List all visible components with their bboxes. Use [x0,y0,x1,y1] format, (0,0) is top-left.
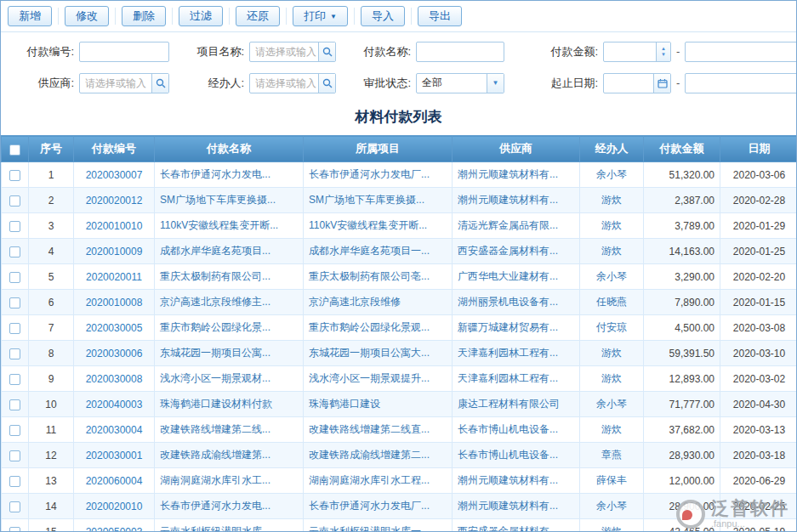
calendar-icon[interactable] [653,74,670,93]
select-all-checkbox[interactable] [9,144,20,156]
export-button[interactable]: 导出 [418,6,462,26]
payment-no-link[interactable]: 2020030007 [86,169,143,181]
date-to-input[interactable] [685,73,797,93]
cell-seq: 9 [29,366,74,392]
modify-button[interactable]: 修改 [65,6,109,26]
payment-no-link[interactable]: 2020020011 [86,271,142,283]
cell-seq: 3 [29,213,74,239]
import-button[interactable]: 导入 [361,6,405,26]
row-checkbox[interactable] [9,272,20,283]
table-row[interactable]: 7 2020030005 重庆市鹅岭公园绿化景... 重庆市鹅岭公园绿化景观..… [2,315,797,341]
payment-no-link[interactable]: 2020060004 [86,475,143,487]
amount-range-separator: - [671,45,685,58]
row-checkbox[interactable] [9,501,20,512]
table-row[interactable]: 11 2020030004 改建铁路线增建第二线... 改建铁路线增建第二线直.… [2,417,797,443]
payment-no-link[interactable]: 2020030008 [86,373,143,385]
payment-no-link[interactable]: 2020030004 [86,424,143,436]
table-row[interactable]: 8 2020030006 东城花园一期项目公寓... 东城花园一期项目公寓大..… [2,341,797,366]
amount-stepper[interactable]: ▲ ▼ [656,42,670,61]
cell-supplier: 康达工程材料有限公司 [453,392,580,417]
payment-no-link[interactable]: 2020010010 [86,220,143,232]
payment-no-link[interactable]: 2020050003 [86,526,143,532]
stepper-up-icon[interactable]: ▲ [661,46,666,52]
table-row[interactable]: 10 2020040003 珠海鹤港口建设材料付款 珠海鹤港口建设 康达工程材料… [2,392,797,417]
cell-project: 改建铁路线增建第二线直... [304,417,453,443]
payment-no-filter-input[interactable] [79,42,169,62]
table-row[interactable]: 4 2020010009 成都水岸华庭名苑项目... 成都水岸华庭名苑项目一..… [2,239,797,264]
cell-seq: 6 [29,290,74,315]
amount-to-input[interactable] [685,42,797,62]
chevron-down-icon[interactable]: ▼ [487,74,504,93]
row-checkbox[interactable] [9,374,20,385]
payment-no-link[interactable]: 2020020012 [86,195,143,207]
new-button[interactable]: 新增 [8,6,52,26]
table-row[interactable]: 9 2020030008 浅水湾小区一期景观材... 浅水湾小区一期景观提升..… [2,366,797,392]
cell-payment-name: 京沪高速北京段维修主... [155,290,304,315]
search-icon[interactable] [318,42,335,61]
restore-button[interactable]: 还原 [236,6,280,26]
row-checkbox[interactable] [9,425,20,436]
cell-payment-no: 2020030001 [74,443,155,468]
row-checkbox[interactable] [9,246,20,258]
cell-payment-no: 2020060004 [74,468,155,494]
table-row[interactable]: 5 2020020011 重庆太极制药有限公司... 重庆太极制药有限公司亳..… [2,264,797,290]
payment-no-link[interactable]: 2020010009 [86,246,143,258]
stepper-down-icon[interactable]: ▼ [661,52,666,58]
payments-table: 序号 付款编号 付款名称 所属项目 供应商 经办人 付款金额 日期 1 2020… [1,135,797,532]
row-checkbox-cell [2,162,29,188]
cell-date: 2020-01-15 [720,290,797,315]
cell-payment-name: 浅水湾小区一期景观材... [155,366,304,392]
payment-no-link[interactable]: 2020040003 [86,399,143,410]
cell-project: SM广场地下车库更换摄... [304,188,453,213]
cell-supplier: 长春市博山机电设备... [453,443,580,468]
payment-no-link[interactable]: 2020020010 [86,501,143,512]
row-checkbox[interactable] [9,297,20,308]
cell-payment-name: 长春市伊通河水力发电... [155,162,304,188]
payment-no-link[interactable]: 2020010008 [86,297,143,308]
cell-payment-name: 东城花园一期项目公寓... [155,341,304,366]
payment-name-filter-label: 付款名称: [350,44,416,59]
payment-no-link[interactable]: 2020030005 [86,322,143,334]
cell-amount: 28,900.00 [644,494,720,519]
search-icon[interactable] [318,74,335,93]
row-checkbox[interactable] [9,221,20,232]
row-checkbox[interactable] [9,170,20,181]
payment-name-filter-input[interactable] [416,42,504,62]
payment-no-link[interactable]: 2020030001 [86,450,143,461]
row-checkbox[interactable] [9,476,20,487]
cell-handler: 游炊 [580,519,644,532]
toolbar-divider [411,8,412,25]
cell-date: 2020-06-29 [720,468,797,494]
cell-payment-name: 重庆市鹅岭公园绿化景... [155,315,304,341]
row-checkbox[interactable] [9,399,20,410]
cell-seq: 4 [29,239,74,264]
table-row[interactable]: 15 2020050003 云南水利枢纽潜明水库... 云南水利枢纽潜明水库一.… [2,519,797,532]
cell-payment-name: 湖南洞庭湖水库引水工... [155,468,304,494]
row-checkbox[interactable] [9,450,20,461]
table-row[interactable]: 3 2020010010 110kV安徽线程集变开断... 110kV安徽线程集… [2,213,797,239]
row-checkbox[interactable] [9,323,20,334]
table-row[interactable]: 1 2020030007 长春市伊通河水力发电... 长春市伊通河水力发电厂..… [2,162,797,188]
col-header-payment-no: 付款编号 [74,136,155,162]
cell-handler: 余小琴 [580,392,644,417]
print-button[interactable]: 打印 ▼ [293,6,348,26]
cell-handler: 游炊 [580,366,644,392]
filter-button[interactable]: 过滤 [179,6,223,26]
row-checkbox[interactable] [9,195,20,207]
delete-button[interactable]: 删除 [122,6,166,26]
row-checkbox[interactable] [9,348,20,359]
search-icon[interactable] [151,74,168,93]
cell-supplier: 广西华电大业建材有... [453,264,580,290]
col-header-seq: 序号 [29,136,74,162]
cell-project: 长春市伊通河水力发电厂... [304,162,453,188]
table-row[interactable]: 2 2020020012 SM广场地下车库更换摄... SM广场地下车库更换摄.… [2,188,797,213]
payment-no-link[interactable]: 2020030006 [86,348,143,359]
row-checkbox-cell [2,341,29,366]
cell-project: 东城花园一期项目公寓大... [304,341,453,366]
row-checkbox[interactable] [9,527,20,532]
table-row[interactable]: 14 2020020010 长春市伊通河水力发电... 长春市伊通河水力发电厂.… [2,494,797,519]
cell-handler: 游炊 [580,213,644,239]
table-row[interactable]: 13 2020060004 湖南洞庭湖水库引水工... 湖南洞庭湖水库引水工程.… [2,468,797,494]
table-row[interactable]: 6 2020010008 京沪高速北京段维修主... 京沪高速北京段维修 湖州丽… [2,290,797,315]
table-row[interactable]: 12 2020030001 改建铁路成渝线增建第... 改建铁路成渝线增建第二.… [2,443,797,468]
